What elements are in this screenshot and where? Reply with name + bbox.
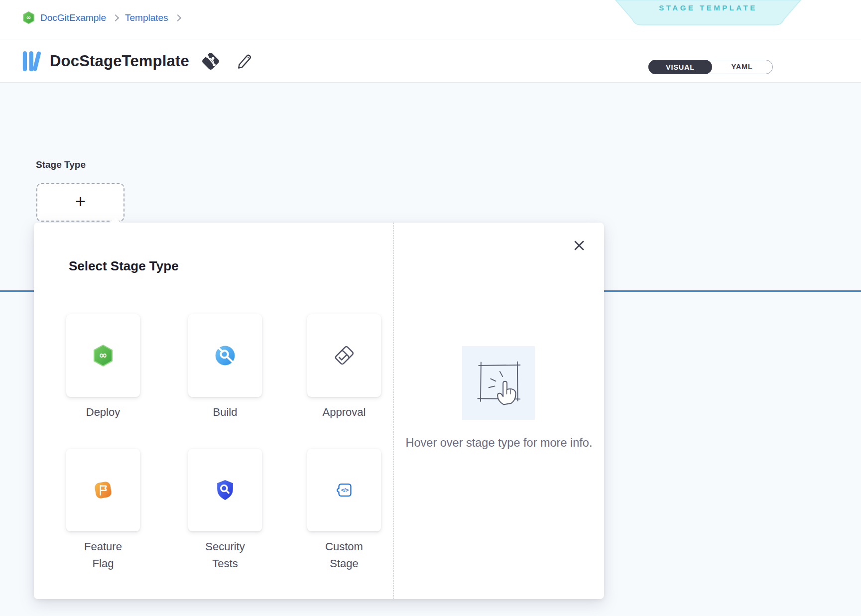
chevron-right-icon xyxy=(112,14,119,21)
stage-card-approval[interactable] xyxy=(307,314,381,397)
stage-template-editor: Stage Type + ∞ DocGitExample Templates xyxy=(0,0,861,616)
stage-card-deploy[interactable]: ∞ xyxy=(66,314,140,397)
svg-text:∞: ∞ xyxy=(26,14,31,21)
hover-info-text: Hover over stage type for more info. xyxy=(403,434,595,452)
stage-card-label: Feature Flag xyxy=(56,538,150,572)
toggle-yaml[interactable]: YAML xyxy=(712,60,772,73)
modal-title: Select Stage Type xyxy=(69,258,179,274)
custom-stage-icon: </> xyxy=(332,478,356,502)
add-stage-button[interactable]: + xyxy=(36,183,124,222)
breadcrumb-link-project[interactable]: DocGitExample xyxy=(40,12,106,23)
edit-pencil-icon[interactable] xyxy=(235,52,253,70)
chevron-right-icon xyxy=(174,14,181,21)
svg-text:</>: </> xyxy=(341,487,349,493)
stage-card-custom-stage[interactable]: </> xyxy=(307,449,381,531)
project-hexagon-icon: ∞ xyxy=(22,11,35,24)
stage-template-badge: STAGE TEMPLATE xyxy=(614,0,803,26)
build-icon xyxy=(214,344,237,367)
hand-click-icon xyxy=(469,353,528,413)
close-button[interactable] xyxy=(572,239,586,252)
hover-hint-illustration xyxy=(462,346,535,420)
breadcrumb: ∞ DocGitExample Templates xyxy=(22,11,182,24)
stage-template-badge-label: STAGE TEMPLATE xyxy=(614,3,803,12)
template-library-icon xyxy=(22,49,42,74)
view-mode-toggle: VISUAL YAML xyxy=(648,60,773,74)
svg-text:∞: ∞ xyxy=(99,349,108,361)
modal-divider xyxy=(393,223,394,599)
stage-card-feature-flag[interactable] xyxy=(66,449,140,531)
stage-card-label: Custom Stage xyxy=(297,538,391,572)
stage-card-build[interactable] xyxy=(188,314,262,397)
stage-card-label: Build xyxy=(178,404,272,421)
select-stage-type-modal: Select Stage Type ∞ Deploy xyxy=(34,223,604,599)
deploy-icon: ∞ xyxy=(92,344,115,367)
plus-icon: + xyxy=(75,193,86,211)
approval-icon xyxy=(332,344,356,368)
stage-type-label: Stage Type xyxy=(36,159,86,170)
stage-card-security-tests[interactable] xyxy=(188,449,262,531)
stage-card-label: Approval xyxy=(297,404,391,421)
security-tests-icon xyxy=(214,479,237,501)
close-icon xyxy=(573,240,585,251)
breadcrumb-link-templates[interactable]: Templates xyxy=(125,12,168,23)
stage-card-label: Security Tests xyxy=(178,538,272,572)
feature-flag-icon xyxy=(91,478,115,502)
stage-card-label: Deploy xyxy=(56,404,150,421)
toggle-visual[interactable]: VISUAL xyxy=(648,60,712,74)
git-sync-icon[interactable] xyxy=(200,51,221,72)
page-title: DocStageTemplate xyxy=(50,52,189,70)
